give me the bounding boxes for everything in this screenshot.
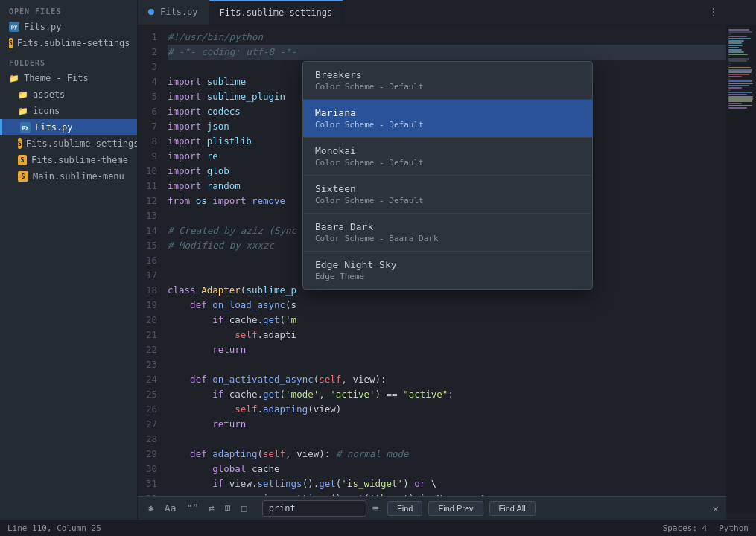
status-right: Spaces: 4 Python — [663, 523, 749, 533]
icons-folder-icon: 📁 — [18, 106, 28, 116]
status-spaces[interactable]: Spaces: 4 — [663, 523, 708, 533]
find-input[interactable] — [262, 500, 366, 517]
find-icon-replace[interactable]: ⇄ — [206, 501, 217, 515]
tab-fitspy[interactable]: Fits.py — [138, 0, 209, 25]
sidebar-item-fitspy[interactable]: py Fits.py — [0, 119, 137, 135]
find-button[interactable]: Find — [387, 501, 422, 516]
find-icon-aa[interactable]: Aa — [162, 501, 180, 515]
minimap-line — [728, 85, 749, 86]
minimap-line — [728, 40, 744, 42]
dropdown-sixteen-title: Sixteen — [315, 183, 580, 194]
dropdown-item-sixteen[interactable]: Sixteen Color Scheme - Default — [303, 176, 592, 214]
code-line-31: if view.settings().get('is_widget') or \ — [168, 476, 726, 491]
minimap[interactable] — [726, 25, 756, 514]
find-bar: ✱ Aa ❝❞ ⇄ ⊞ □ ≡ Find Find Prev Find All … — [138, 496, 726, 520]
open-files-label: OPEN FILES — [0, 0, 137, 19]
code-line-19: def on_load_async(s — [168, 298, 726, 313]
minimap-line — [728, 103, 742, 104]
status-bar: Line 110, Column 25 Spaces: 4 Python — [0, 520, 756, 536]
minimap-line — [728, 83, 753, 84]
sidebar-item-mainmenu[interactable]: S Main.sublime-menu — [0, 168, 137, 185]
dropdown-mariana-sub: Color Scheme - Default — [315, 120, 580, 130]
settings-icon: S — [9, 38, 13, 48]
minimap-line — [728, 63, 731, 64]
sidebar-fitssettings-label: Fits.sublime-settings — [26, 138, 137, 149]
dropdown-monokai-sub: Color Scheme - Default — [315, 158, 580, 168]
code-line-21: self.adapti — [168, 328, 726, 342]
dropdown-item-baara-dark[interactable]: Baara Dark Color Scheme - Baara Dark — [303, 214, 592, 252]
sidebar-item-fitssettings[interactable]: S Fits.sublime-settings — [0, 135, 137, 152]
line-numbers: 1 2 3 4 5 6 7 8 9 10 11 12 13 14 15 16 1… — [138, 25, 165, 514]
code-line-2: # -*- coding: utf-8 -*- — [168, 45, 726, 60]
find-icon-grid[interactable]: ⊞ — [222, 501, 234, 515]
minimap-line — [728, 38, 751, 39]
minimap-line — [728, 87, 742, 89]
dropdown-baara-sub: Color Scheme - Baara Dark — [315, 234, 580, 243]
folders-label: FOLDERS — [0, 51, 137, 70]
code-line-24: def on_activated_async(self, view): — [168, 372, 726, 387]
minimap-line — [728, 107, 747, 109]
minimap-line — [728, 56, 731, 57]
code-line-22: return — [168, 342, 726, 357]
minimap-line — [728, 80, 752, 82]
dropdown-breakers-sub: Color Scheme - Default — [315, 82, 580, 92]
fitstheme-icon: S — [18, 155, 27, 165]
minimap-lines — [727, 25, 756, 112]
find-all-button[interactable]: Find All — [489, 501, 536, 516]
minimap-line — [728, 76, 742, 77]
minimap-line — [728, 45, 743, 46]
fitssettings-icon: S — [18, 138, 22, 149]
sidebar-mainmenu-label: Main.sublime-menu — [33, 171, 124, 182]
minimap-line — [728, 105, 752, 106]
sidebar-item-icons[interactable]: 📁 icons — [0, 103, 137, 119]
minimap-line — [728, 42, 742, 44]
minimap-line — [728, 89, 731, 91]
dropdown-item-mariana[interactable]: Mariana Color Scheme - Default — [303, 100, 592, 138]
dropdown-item-edge-night-sky[interactable]: Edge Night Sky Edge Theme — [303, 252, 592, 289]
sidebar-file-fits-settings: Fits.sublime-settings — [17, 38, 130, 48]
code-line-28 — [168, 432, 726, 447]
py-icon: py — [9, 22, 19, 32]
tabs-bar: Fits.py Fits.sublime-settings ⋮ — [138, 0, 756, 25]
dropdown-item-monokai[interactable]: Monokai Color Scheme - Default — [303, 138, 592, 176]
find-icon-group: ✱ Aa ❝❞ ⇄ ⊞ □ — [145, 501, 250, 515]
status-position: Line 110, Column 25 — [7, 523, 663, 533]
minimap-line — [728, 49, 742, 51]
assets-folder-icon: 📁 — [18, 89, 28, 100]
sidebar: OPEN FILES py Fits.py S Fits.sublime-set… — [0, 0, 138, 536]
minimap-line — [728, 58, 749, 60]
dropdown-edge-sub: Edge Theme — [315, 272, 580, 281]
sidebar-item-assets[interactable]: 📁 assets — [0, 86, 137, 103]
code-line-20: if cache.get('m — [168, 313, 726, 328]
find-icon-quotes[interactable]: ❝❞ — [183, 501, 201, 515]
minimap-line — [728, 74, 749, 75]
sidebar-item-fits-py[interactable]: py Fits.py — [0, 19, 137, 35]
sidebar-folder-root[interactable]: 📁 Theme - Fits — [0, 70, 137, 86]
minimap-line — [728, 31, 752, 33]
minimap-line — [728, 65, 731, 66]
find-icon-asterisk[interactable]: ✱ — [145, 501, 157, 515]
find-close-button[interactable]: ✕ — [713, 502, 719, 514]
color-scheme-dropdown: Breakers Color Scheme - Default Mariana … — [302, 61, 593, 290]
minimap-line — [728, 98, 753, 100]
minimap-line — [728, 78, 731, 80]
find-menu-button[interactable]: ≡ — [372, 502, 378, 514]
code-line-26: self.adapting(view) — [168, 402, 726, 417]
sidebar-file-fits-py: Fits.py — [24, 22, 62, 32]
sidebar-item-fitstheme[interactable]: S Fits.sublime-theme — [0, 152, 137, 168]
sidebar-fitstheme-label: Fits.sublime-theme — [31, 155, 128, 165]
sidebar-fitspy-label: Fits.py — [35, 122, 73, 133]
minimap-line — [728, 29, 749, 31]
find-prev-button[interactable]: Find Prev — [428, 501, 483, 516]
more-menu-button[interactable]: ⋮ — [708, 6, 719, 18]
sidebar-icons-label: icons — [33, 106, 60, 116]
status-language[interactable]: Python — [719, 523, 749, 533]
dropdown-item-breakers[interactable]: Breakers Color Scheme - Default — [303, 62, 592, 100]
find-icon-wrap[interactable]: □ — [238, 501, 250, 515]
tab-fitssettings[interactable]: Fits.sublime-settings — [209, 0, 344, 25]
tab-fitspy-label: Fits.py — [160, 7, 198, 17]
mainmenu-icon: S — [18, 171, 28, 182]
sidebar-folder-name: Theme - Fits — [24, 73, 89, 83]
sidebar-item-fits-settings[interactable]: S Fits.sublime-settings — [0, 35, 137, 51]
minimap-line — [728, 69, 752, 71]
